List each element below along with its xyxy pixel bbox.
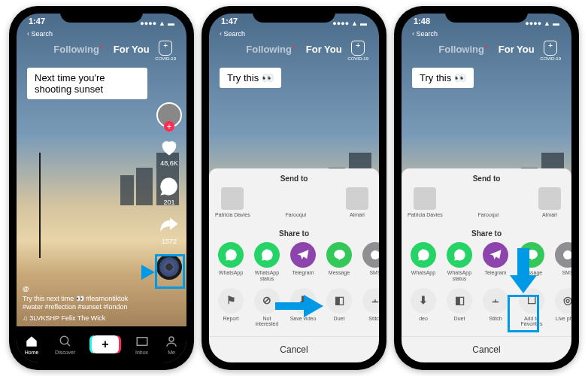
contact-item[interactable]: Almari <box>341 187 373 218</box>
nav-discover[interactable]: Discover <box>55 335 75 355</box>
contacts-row[interactable]: Patricia Davies Farooqui Almari <box>402 187 571 224</box>
contact-item[interactable]: Farooqui <box>255 187 337 218</box>
action-rail: + 48,6K 201 1572 <box>156 102 182 280</box>
phone-frame-3: 1:48 ●●●●▲▬ ‹ Search Following● For You … <box>394 6 579 370</box>
notch <box>445 6 528 23</box>
tab-foryou[interactable]: For You <box>499 44 535 55</box>
signal-icon: ●●●● <box>140 20 156 27</box>
action-save-video[interactable]: ⬇Save video <box>287 288 319 327</box>
actions-row[interactable]: ⚑Report⊘Not interested⬇Save video◧Duet⫠S… <box>209 288 379 333</box>
nav-inbox[interactable]: Inbox <box>135 335 149 355</box>
building <box>120 175 134 205</box>
action-deo[interactable]: ⬇deo <box>408 288 439 327</box>
svg-point-4 <box>563 250 571 259</box>
share-app-whatsapp-status[interactable]: WhatsApp status <box>251 242 283 281</box>
svg-rect-1 <box>137 337 147 345</box>
status-time: 1:47 <box>29 17 45 30</box>
apps-row[interactable]: WhatsAppWhatsApp statusTelegramMessageSM… <box>209 242 379 287</box>
contact-item[interactable]: Patricia Davies <box>408 187 443 218</box>
share-app-message[interactable]: Message <box>516 242 547 281</box>
covid-button[interactable]: COVID-19 <box>155 41 176 61</box>
username[interactable]: @ <box>23 285 141 293</box>
video-caption: Try this 👀 <box>220 68 281 88</box>
share-app-sms[interactable]: SMS <box>552 242 571 281</box>
covid-button[interactable]: COVID-19 <box>347 41 368 61</box>
nav-home[interactable]: Home <box>25 335 39 355</box>
contact-item[interactable]: Almari <box>534 187 565 218</box>
contacts-row[interactable]: Patricia Davies Farooqui Almari <box>209 187 379 224</box>
share-to-header: Share to <box>209 223 379 242</box>
back-to-search[interactable]: ‹ Search <box>412 30 438 38</box>
nav-create[interactable]: + <box>92 335 119 353</box>
notch <box>60 6 143 23</box>
share-sheet: Send to Patricia Davies Farooqui Almari … <box>402 168 571 362</box>
back-to-search[interactable]: ‹ Search <box>27 30 53 38</box>
action-add-to-favorites[interactable]: ☐Add to Favorites <box>516 288 547 327</box>
bottom-nav: Home Discover + Inbox Me <box>17 326 186 362</box>
tab-foryou[interactable]: For You <box>306 44 342 55</box>
action-not-interested[interactable]: ⊘Not interested <box>251 288 283 327</box>
screen: 1:48 ●●●●▲▬ ‹ Search Following● For You … <box>402 14 571 362</box>
share-to-header: Share to <box>402 223 571 242</box>
action-report[interactable]: ⚑Report <box>215 288 247 327</box>
action-stitch[interactable]: ⫠Stitch <box>359 288 379 327</box>
comment-button[interactable]: 201 <box>159 176 180 206</box>
share-app-telegram[interactable]: Telegram <box>480 242 511 281</box>
arrow-annotation <box>117 259 155 286</box>
tab-following[interactable]: Following● <box>246 44 296 55</box>
shield-icon <box>159 41 172 56</box>
status-time: 1:48 <box>414 17 430 30</box>
video-caption: Try this 👀 <box>412 68 474 88</box>
share-sheet: Send to Patricia Davies Farooqui Almari … <box>209 168 379 362</box>
share-app-telegram[interactable]: Telegram <box>287 242 319 281</box>
cancel-button[interactable]: Cancel <box>209 336 379 358</box>
video-meta: @ Try this next time 👀 #learnontiktok #w… <box>23 285 141 322</box>
tab-following[interactable]: Following● <box>53 44 103 55</box>
share-app-sms[interactable]: SMS <box>359 242 379 281</box>
tab-following[interactable]: Following● <box>438 44 488 55</box>
screen: 1:47 ●●●●▲▬ ‹ Search Following● For You … <box>209 14 379 362</box>
wifi-icon: ▲ <box>159 20 165 27</box>
video-description: Try this next time 👀 #learnontiktok #wat… <box>23 295 141 312</box>
share-app-whatsapp-status[interactable]: WhatsApp status <box>444 242 475 281</box>
like-button[interactable]: 48,6K <box>159 137 180 167</box>
contact-item[interactable]: Patricia Davies <box>215 187 250 218</box>
share-app-message[interactable]: Message <box>323 242 355 281</box>
nav-me[interactable]: Me <box>165 335 178 355</box>
svg-point-3 <box>371 250 379 259</box>
building <box>136 168 153 205</box>
send-to-header: Send to <box>209 168 379 187</box>
apps-row[interactable]: WhatsAppWhatsApp statusTelegramMessageSM… <box>402 242 571 287</box>
share-button[interactable]: 1572 <box>159 215 180 245</box>
battery-icon: ▬ <box>168 20 174 27</box>
status-time: 1:47 <box>221 17 238 30</box>
notch <box>253 6 335 23</box>
actions-row[interactable]: ⬇deo◧Duet⫠Stitch☐Add to Favorites◎Live p… <box>402 288 571 333</box>
cancel-button[interactable]: Cancel <box>402 336 571 358</box>
svg-point-2 <box>169 337 174 341</box>
covid-button[interactable]: COVID-19 <box>540 41 561 61</box>
action-live-photo[interactable]: ◎Live photo <box>552 288 571 327</box>
share-app-whatsapp[interactable]: WhatsApp <box>215 242 247 281</box>
lamppost <box>39 153 41 258</box>
send-to-header: Send to <box>402 168 571 187</box>
action-stitch[interactable]: ⫠Stitch <box>480 288 511 327</box>
svg-point-0 <box>60 336 68 344</box>
music-track[interactable]: ♫ 3LVKSHP Felix The Wick <box>23 314 141 322</box>
sound-disc[interactable] <box>156 254 182 280</box>
screen: 1:47 ●●●●▲▬ ‹ Search Following● For You … <box>17 14 186 362</box>
back-to-search[interactable]: ‹ Search <box>220 30 245 38</box>
video-caption: Next time you're shooting sunset <box>27 68 147 99</box>
follow-plus-icon[interactable]: + <box>164 121 174 132</box>
creator-avatar[interactable]: + <box>156 102 182 128</box>
action-duet[interactable]: ◧Duet <box>323 288 355 327</box>
contact-item[interactable]: Farooqui <box>447 187 529 218</box>
share-app-whatsapp[interactable]: WhatsApp <box>408 242 439 281</box>
phone-frame-2: 1:47 ●●●●▲▬ ‹ Search Following● For You … <box>202 6 386 370</box>
phone-frame-1: 1:47 ●●●●▲▬ ‹ Search Following● For You … <box>9 6 194 370</box>
action-duet[interactable]: ◧Duet <box>444 288 475 327</box>
tab-foryou[interactable]: For You <box>114 44 150 55</box>
